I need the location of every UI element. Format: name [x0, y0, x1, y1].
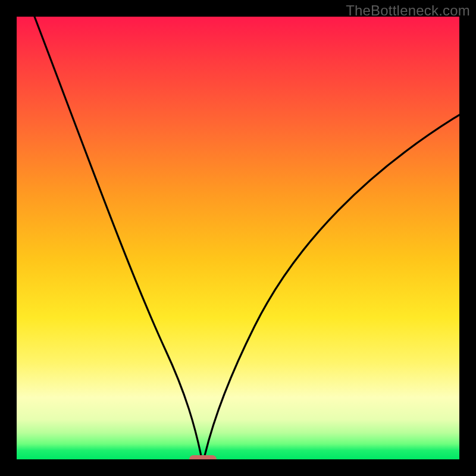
bottleneck-curves [17, 17, 459, 459]
right-curve [205, 115, 459, 456]
left-curve [35, 17, 201, 456]
plot-area [17, 17, 459, 459]
optimal-marker [189, 455, 217, 459]
chart-frame: TheBottleneck.com [0, 0, 476, 476]
watermark-text: TheBottleneck.com [346, 2, 470, 19]
